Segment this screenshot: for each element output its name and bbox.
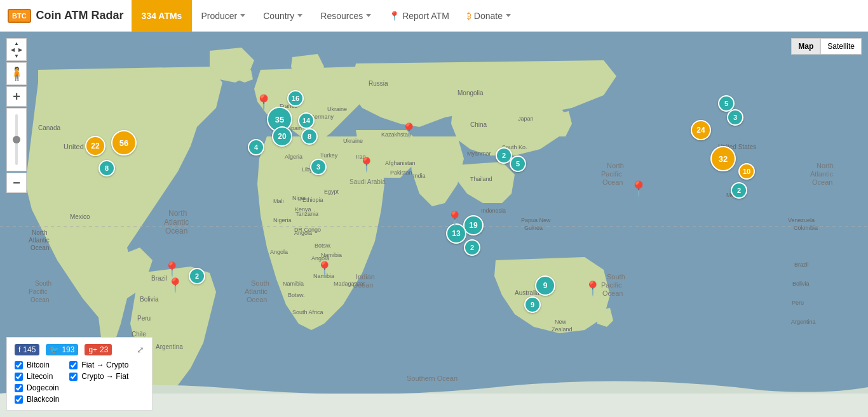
svg-text:Nigeria: Nigeria [273,217,292,223]
cluster-10[interactable]: 10 [738,163,755,180]
nav-donate-label: Donate [474,11,503,21]
cluster-2-sa[interactable]: 2 [189,268,205,284]
bitcoin-checkbox[interactable] [15,361,23,369]
map-type-map[interactable]: Map [791,38,820,55]
cluster-9-aus[interactable]: 9 [535,275,555,296]
cluster-8b[interactable]: 8 [301,128,318,145]
svg-text:Myanmar: Myanmar [467,150,491,157]
fiat-crypto-checkbox[interactable] [69,361,78,369]
nav-resources[interactable]: Resources [311,0,380,32]
svg-text:Indonesia: Indonesia [481,208,506,214]
pin-me[interactable]: 📍 [358,157,375,173]
pin-brazil-2[interactable]: 📍 [166,277,184,294]
cluster-2-mex[interactable]: 2 [731,182,747,199]
pin-icon: 📍 [389,11,400,21]
cluster-56[interactable]: 56 [111,130,137,156]
crypto-fiat-checkbox[interactable] [69,373,78,381]
svg-text:Atlantic: Atlantic [29,237,50,244]
blackcoin-checkbox[interactable] [15,395,23,404]
legend-item-fiat-crypto: Fiat → Crypto [69,361,128,369]
svg-text:Venezuela: Venezuela [788,217,815,223]
cluster-4[interactable]: 4 [248,139,264,156]
cluster-badge: 8 [301,128,318,145]
map-type-satellite[interactable]: Satellite [820,38,862,55]
svg-text:Pacific: Pacific [601,170,622,178]
slider-thumb[interactable] [13,136,20,143]
cluster-22[interactable]: 22 [85,136,105,156]
pin-pacific[interactable]: 📍 [629,180,648,198]
atm-count-badge[interactable]: 334 ATMs [132,0,193,32]
zoom-out-button[interactable]: − [6,173,27,193]
svg-text:Kenya: Kenya [295,206,311,213]
litecoin-checkbox[interactable] [15,373,23,381]
cluster-14[interactable]: 14 [298,112,315,129]
expand-button[interactable]: ⤢ [137,345,144,355]
zoom-in-button[interactable]: + [6,86,27,107]
cluster-badge: 20 [272,126,292,147]
site-title: Coin ATM Radar [36,9,124,22]
cluster-2-sea[interactable]: 2 [464,239,480,256]
svg-text:Angola: Angola [270,249,288,255]
bitcoin-label: Bitcoin [27,361,50,369]
svg-text:Peru: Peru [137,315,151,322]
nav-country[interactable]: Country [254,0,311,32]
cluster-badge: 8 [98,160,115,176]
legend-box: f 145 🐦 193 g+ 23 ⤢ Bitcoin Lite [6,337,153,411]
pin-africa[interactable]: 📍 [316,261,333,277]
pin-uk[interactable]: 📍 [254,94,273,112]
svg-text:Japan: Japan [518,116,534,122]
pin-central-asia[interactable]: 📍 [400,122,417,139]
svg-text:Indian: Indian [356,273,375,281]
svg-text:Saudi Arabia: Saudi Arabia [349,178,386,185]
googleplus-icon: g+ [88,345,97,354]
cluster-badge: 3 [727,109,743,126]
cluster-24[interactable]: 24 [691,120,711,140]
nav-country-label: Country [263,11,294,21]
svg-text:Pakistan: Pakistan [390,169,412,176]
zoom-slider[interactable] [6,108,27,171]
nav-resources-label: Resources [320,11,363,21]
fiat-crypto-label: Fiat → Crypto [81,361,128,369]
svg-text:Southern Ocean: Southern Ocean [407,374,458,382]
cluster-3-me[interactable]: 3 [310,159,327,175]
cluster-5-korea[interactable]: 5 [510,156,526,172]
googleplus-share-button[interactable]: g+ 23 [85,344,112,355]
cluster-badge: 22 [85,136,105,156]
nav-producer[interactable]: Producer [192,0,254,32]
navbar: BTC Coin ATM Radar 334 ATMs Producer Cou… [0,0,868,32]
svg-text:Russia: Russia [369,80,388,87]
svg-text:North: North [32,229,47,236]
cluster-3-canada[interactable]: 3 [727,109,743,126]
googleplus-count: 23 [100,345,108,354]
cluster-badge: 2 [731,182,747,199]
pin-nz[interactable]: 📍 [584,281,601,297]
cluster-32[interactable]: 32 [710,146,736,171]
pan-control[interactable]: ▲ ◀▶ ▼ [6,38,27,61]
bitcoin-icon: ₿ [467,11,471,21]
cluster-8[interactable]: 8 [98,160,115,176]
cluster-9-aus2[interactable]: 9 [524,296,541,313]
svg-text:Argentina: Argentina [156,343,183,350]
cluster-20[interactable]: 20 [272,126,292,147]
dogecoin-checkbox[interactable] [15,384,23,392]
pan-right-icon: ▶ [18,47,22,53]
nav-donate[interactable]: ₿ Donate [458,0,520,32]
pin-sea[interactable]: 📍 [446,211,463,227]
pegman-control[interactable]: 🧍 [6,62,27,85]
svg-text:North: North [817,162,834,169]
facebook-share-button[interactable]: f 145 [15,344,39,355]
svg-text:Namibia: Namibia [283,281,304,287]
nav-producer-label: Producer [201,11,237,21]
svg-text:Brazil: Brazil [794,261,809,268]
pin-brazil-1[interactable]: 📍 [163,261,180,278]
twitter-count: 193 [62,345,74,354]
cluster-16[interactable]: 16 [287,90,304,107]
svg-text:Ocean: Ocean [247,296,267,303]
svg-text:Ocean: Ocean [812,178,832,186]
social-row: f 145 🐦 193 g+ 23 ⤢ [15,344,144,355]
svg-text:Ocean: Ocean [602,178,623,186]
svg-text:Mexico: Mexico [70,213,90,220]
nav-report-atm[interactable]: 📍 Report ATM [380,0,458,32]
twitter-share-button[interactable]: 🐦 193 [46,344,78,355]
map-container[interactable]: United States Canada North Atlantic Ocea… [0,32,868,417]
